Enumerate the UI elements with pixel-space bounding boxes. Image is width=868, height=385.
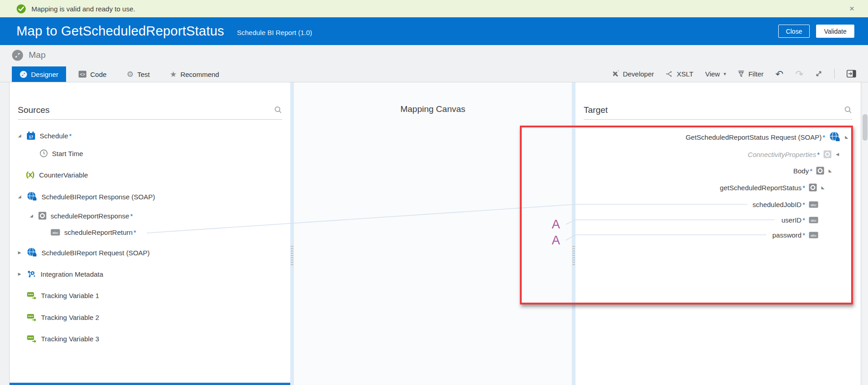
object-node-light-icon	[823, 150, 832, 158]
target-header: Target	[584, 101, 852, 120]
tab-designer[interactable]: Designer	[12, 66, 66, 82]
svg-text:abc: abc	[811, 233, 817, 237]
clock-icon	[40, 149, 48, 157]
calendar-icon: 17	[26, 131, 36, 140]
sources-panel: Sources ◢ 17 Schedule* Start Time	[9, 82, 290, 385]
tab-recommend[interactable]: ★ Recommend	[162, 66, 227, 82]
string-field-icon: abc	[809, 217, 818, 223]
success-banner: Mapping is valid and ready to use. ×	[0, 0, 868, 17]
svg-text:<>: <>	[80, 72, 85, 77]
literal-mapping-indicator-password[interactable]: A	[552, 234, 560, 247]
tracking-variable-icon	[27, 314, 37, 321]
canvas-title: Mapping Canvas	[294, 104, 572, 114]
close-button[interactable]: Close	[778, 25, 810, 38]
resizer-grip-icon[interactable]	[572, 245, 575, 266]
tree-item-tracking-variable-3[interactable]: Tracking Variable 3	[27, 333, 99, 344]
svg-text:abc: abc	[811, 203, 817, 207]
panel-resizer-left[interactable]	[290, 82, 294, 385]
tree-item-tracking-variable-2[interactable]: Tracking Variable 2	[27, 311, 99, 323]
sources-search-icon[interactable]	[274, 106, 282, 114]
designer-icon	[20, 71, 27, 78]
sources-title: Sources	[18, 105, 50, 115]
filter-label: Filter	[748, 70, 763, 78]
tree-item-integration-metadata[interactable]: ▶ Integration Metadata	[17, 268, 103, 280]
sources-scrollbar[interactable]	[10, 383, 290, 385]
tree-item-user-id[interactable]: userID* abc	[575, 214, 860, 226]
tree-item-password[interactable]: password* abc	[575, 229, 860, 241]
svg-text:17: 17	[29, 135, 33, 139]
developer-tools-icon	[611, 70, 619, 78]
tab-designer-label: Designer	[31, 71, 58, 78]
expand-toggle-icon[interactable]: ◀	[835, 152, 840, 157]
expand-toggle-icon[interactable]: ◣	[820, 185, 826, 190]
expand-toggle-icon[interactable]: ◢	[17, 133, 22, 138]
sources-header: Sources	[18, 101, 282, 120]
tracking-variable-icon	[27, 335, 37, 343]
tracking-variable-icon	[27, 292, 37, 299]
page-title: Map to GetScheduledReportStatus	[16, 24, 224, 39]
xslt-toggle[interactable]: XSLT	[666, 70, 693, 78]
breadcrumb-label: Map	[29, 50, 46, 60]
soap-endpoint-icon	[26, 247, 37, 258]
object-node-icon	[809, 183, 817, 192]
string-field-icon: abc	[809, 201, 818, 208]
literal-mapping-indicator-userid[interactable]: A	[552, 218, 560, 231]
filter-icon	[738, 71, 745, 77]
expand-toggle-icon[interactable]: ◣	[827, 168, 833, 173]
mapping-canvas: Mapping Canvas	[294, 82, 572, 385]
undo-icon[interactable]: ↶	[776, 69, 784, 79]
filter-toggle[interactable]: Filter	[738, 70, 763, 78]
view-menu[interactable]: View ▾	[705, 70, 726, 78]
svg-text:abc: abc	[52, 230, 58, 234]
redo-icon[interactable]: ↷	[795, 69, 803, 79]
target-search-icon[interactable]	[844, 106, 852, 114]
tree-item-gsrs-request[interactable]: GetScheduledReportStatus Request (SOAP)*…	[575, 131, 860, 143]
object-node-icon	[38, 212, 46, 220]
soap-endpoint-icon	[829, 131, 841, 143]
panel-resizer-right[interactable]	[572, 82, 575, 385]
metadata-icon	[26, 269, 36, 279]
validate-button[interactable]: Validate	[816, 25, 854, 38]
expand-icon[interactable]	[815, 70, 822, 77]
tree-item-sbr-response[interactable]: ◢ ScheduleBIReport Response (SOAP)	[17, 191, 155, 203]
chevron-down-icon: ▾	[724, 71, 726, 77]
resizer-grip-icon[interactable]	[291, 245, 293, 266]
page-subtitle: Schedule BI Report (1.0)	[237, 29, 312, 36]
tab-code[interactable]: <> Code	[71, 66, 114, 82]
expand-toggle-icon[interactable]: ▶	[17, 250, 22, 255]
string-field-icon: abc	[809, 232, 818, 238]
string-field-icon: abc	[51, 229, 60, 236]
banner-close-icon[interactable]: ×	[849, 4, 854, 13]
expand-toggle-icon[interactable]: ◣	[844, 135, 849, 139]
tree-item-body[interactable]: Body* ◣	[575, 165, 860, 177]
tab-test[interactable]: ⚙ Test	[119, 66, 158, 82]
expand-toggle-icon[interactable]: ▶	[17, 272, 22, 276]
panel-toggle-icon[interactable]	[847, 70, 856, 78]
tree-item-counter-variable[interactable]: (x) CounterVariable	[26, 169, 88, 181]
tree-item-scheduled-job-id[interactable]: scheduledJobID* abc	[575, 198, 860, 210]
breadcrumb: Map	[0, 45, 868, 65]
object-node-icon	[816, 167, 824, 175]
variable-icon: (x)	[26, 170, 34, 179]
code-icon: <>	[78, 71, 87, 78]
expand-toggle-icon[interactable]: ◢	[29, 213, 34, 218]
target-panel: Target GetScheduledReportStatus Request …	[575, 82, 860, 385]
tree-item-connectivity-properties[interactable]: ConnectivityProperties* ◀	[575, 148, 860, 160]
xslt-label: XSLT	[677, 70, 693, 78]
tree-item-schedule-report-return[interactable]: abc scheduleReportReturn*	[51, 226, 136, 238]
success-check-icon	[16, 4, 26, 14]
tree-item-schedule-report-response[interactable]: ◢ scheduleReportResponse*	[29, 210, 133, 222]
star-icon: ★	[170, 71, 177, 78]
vertical-scrollbar[interactable]	[861, 82, 868, 385]
developer-toggle[interactable]: Developer	[611, 70, 654, 78]
expand-toggle-icon[interactable]: ◢	[17, 194, 22, 199]
tree-item-schedule[interactable]: ◢ 17 Schedule*	[17, 130, 72, 142]
tab-bar: Designer <> Code ⚙ Test ★ Recommend Deve…	[0, 65, 868, 82]
tab-test-label: Test	[137, 71, 150, 78]
scrollbar-thumb[interactable]	[863, 114, 868, 141]
tree-item-tracking-variable-1[interactable]: Tracking Variable 1	[27, 289, 99, 301]
tree-item-sbr-request[interactable]: ▶ ScheduleBIReport Request (SOAP)	[17, 247, 150, 258]
tree-item-start-time[interactable]: Start Time	[40, 147, 83, 159]
tab-recommend-label: Recommend	[180, 71, 219, 78]
tree-item-get-scheduled-report-status[interactable]: getScheduledReportStatus* ◣	[575, 182, 860, 193]
